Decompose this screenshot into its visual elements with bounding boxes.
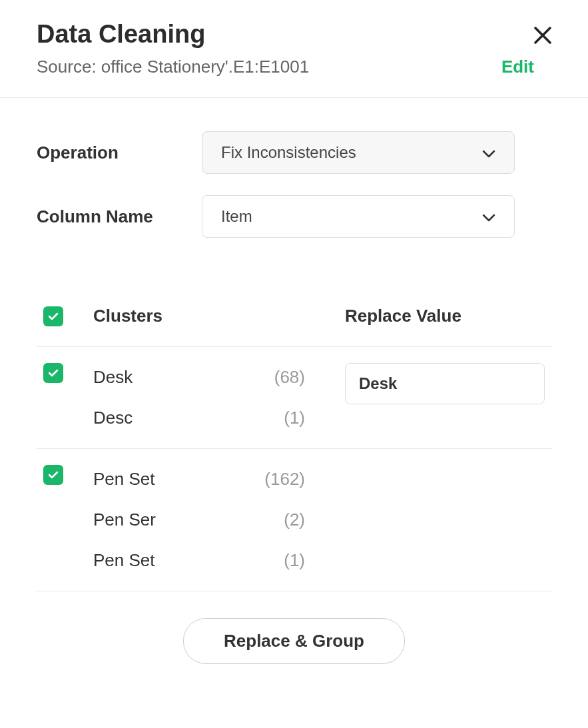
dialog-header: Data Cleaning Source: office Stationery'… [0, 0, 588, 97]
cluster-item-name: Pen Set [93, 469, 155, 490]
operation-row: Operation Fix Inconsistencies [37, 131, 551, 174]
cluster-group: Desk (68) Desc (1) [37, 346, 551, 448]
cluster-item-name: Pen Ser [93, 510, 156, 530]
column-name-row: Column Name Item [37, 195, 551, 238]
cluster-item: Pen Set (162) [93, 465, 345, 494]
clusters-column-header: Clusters [93, 306, 345, 326]
select-all-checkbox[interactable] [43, 306, 63, 326]
data-cleaning-dialog: Data Cleaning Source: office Stationery'… [0, 0, 588, 704]
cluster-item-name: Pen Set [93, 550, 155, 571]
cluster-item-count: (1) [284, 550, 345, 571]
close-icon[interactable] [534, 20, 551, 48]
cluster-item: Desc (1) [93, 404, 345, 432]
cluster-item: Pen Set (1) [93, 546, 345, 575]
cluster-list: Pen Set (162) Pen Ser (2) Pen Set (1) [93, 465, 345, 575]
cluster-item-count: (68) [274, 367, 345, 388]
replace-value-column-header: Replace Value [345, 306, 545, 326]
chevron-down-icon [482, 143, 495, 162]
clusters-table: Clusters Replace Value [0, 279, 588, 346]
operation-select-value: Fix Inconsistencies [221, 143, 356, 162]
cluster-group: Pen Set (162) Pen Ser (2) Pen Set (1) [37, 448, 551, 591]
column-name-select-value: Item [221, 207, 252, 226]
column-name-label: Column Name [37, 206, 202, 227]
cluster-list: Desk (68) Desc (1) [93, 363, 345, 432]
operation-select[interactable]: Fix Inconsistencies [202, 131, 515, 174]
chevron-down-icon [482, 207, 495, 226]
source-row: Source: office Stationery'.E1:E1001 Edit [37, 57, 534, 77]
replace-value-input[interactable] [345, 363, 545, 404]
operation-label: Operation [37, 143, 202, 163]
cluster-checkbox[interactable] [43, 363, 63, 383]
dialog-footer: Replace & Group [0, 591, 588, 704]
cluster-item-count: (2) [284, 510, 345, 530]
source-text: Source: office Stationery'.E1:E1001 [37, 57, 309, 77]
cluster-item-count: (1) [284, 408, 345, 428]
header-left: Data Cleaning Source: office Stationery'… [37, 20, 534, 77]
cluster-item-name: Desc [93, 408, 133, 428]
dialog-title: Data Cleaning [37, 20, 534, 49]
replace-value-cell [345, 363, 545, 404]
form-section: Operation Fix Inconsistencies Column Nam… [0, 98, 588, 279]
cluster-item-name: Desk [93, 367, 133, 388]
cluster-checkbox[interactable] [43, 465, 63, 485]
cluster-item: Pen Ser (2) [93, 506, 345, 534]
cluster-item-count: (162) [264, 469, 345, 490]
edit-link[interactable]: Edit [501, 57, 534, 77]
table-header-row: Clusters Replace Value [37, 292, 551, 346]
column-name-select[interactable]: Item [202, 195, 515, 238]
replace-and-group-button[interactable]: Replace & Group [183, 618, 405, 664]
cluster-item: Desk (68) [93, 363, 345, 392]
